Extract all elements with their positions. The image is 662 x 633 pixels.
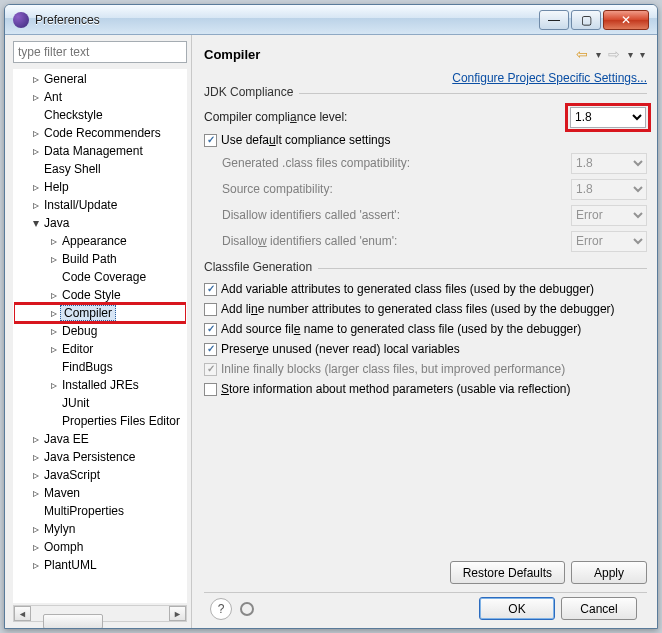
restore-defaults-button[interactable]: Restore Defaults — [450, 561, 565, 584]
preferences-window: Preferences — ▢ ✕ ▹General▹AntCheckstyle… — [4, 4, 658, 629]
tree-item-compiler[interactable]: ▹Compiler — [14, 304, 186, 322]
disallow-assert-label: Disallow identifiers called 'assert': — [222, 208, 565, 222]
tree-item-label: General — [42, 72, 89, 86]
caret-open-icon[interactable]: ▾ — [30, 216, 42, 230]
tree-item-label: Checkstyle — [42, 108, 105, 122]
tree-item-label: FindBugs — [60, 360, 115, 374]
configure-project-link[interactable]: Configure Project Specific Settings... — [452, 71, 647, 85]
tree-item-code-coverage[interactable]: Code Coverage — [14, 268, 186, 286]
tree-item-oomph[interactable]: ▹Oomph — [14, 538, 186, 556]
window-title: Preferences — [35, 13, 539, 27]
maximize-button[interactable]: ▢ — [571, 10, 601, 30]
tree-item-maven[interactable]: ▹Maven — [14, 484, 186, 502]
caret-closed-icon[interactable]: ▹ — [48, 252, 60, 266]
caret-closed-icon[interactable]: ▹ — [30, 540, 42, 554]
nav-back-icon[interactable]: ⇦ — [573, 45, 591, 63]
caret-closed-icon[interactable]: ▹ — [48, 378, 60, 392]
add-var-checkbox[interactable]: ✓ — [204, 283, 217, 296]
tree-item-findbugs[interactable]: FindBugs — [14, 358, 186, 376]
horizontal-scrollbar[interactable]: ◄ ► — [13, 605, 187, 622]
tree-item-ant[interactable]: ▹Ant — [14, 88, 186, 106]
store-label: Store information about method parameter… — [221, 382, 571, 396]
add-var-label: Add variable attributes to generated cla… — [221, 282, 594, 296]
add-line-checkbox[interactable] — [204, 303, 217, 316]
tree-item-help[interactable]: ▹Help — [14, 178, 186, 196]
page-menu-icon[interactable]: ▾ — [637, 45, 647, 63]
caret-closed-icon[interactable]: ▹ — [30, 558, 42, 572]
caret-closed-icon[interactable]: ▹ — [30, 450, 42, 464]
title-bar[interactable]: Preferences — ▢ ✕ — [5, 5, 657, 35]
caret-closed-icon[interactable]: ▹ — [48, 324, 60, 338]
tree-item-data-management[interactable]: ▹Data Management — [14, 142, 186, 160]
tree-item-mylyn[interactable]: ▹Mylyn — [14, 520, 186, 538]
tree-item-install-update[interactable]: ▹Install/Update — [14, 196, 186, 214]
add-src-checkbox[interactable]: ✓ — [204, 323, 217, 336]
caret-closed-icon[interactable]: ▹ — [48, 288, 60, 302]
classfile-legend: Classfile Generation — [204, 260, 318, 274]
filter-input[interactable] — [13, 41, 187, 63]
caret-closed-icon[interactable]: ▹ — [30, 522, 42, 536]
preserve-checkbox[interactable]: ✓ — [204, 343, 217, 356]
scroll-thumb[interactable] — [43, 614, 103, 629]
caret-closed-icon[interactable]: ▹ — [30, 486, 42, 500]
tree-item-code-recommenders[interactable]: ▹Code Recommenders — [14, 124, 186, 142]
compliance-level-highlight: 1.8 — [569, 107, 647, 128]
caret-closed-icon[interactable]: ▹ — [48, 306, 60, 320]
tree-item-label: Code Recommenders — [42, 126, 163, 140]
tree-item-label: Easy Shell — [42, 162, 103, 176]
nav-forward-menu-icon[interactable]: ▾ — [625, 45, 635, 63]
cancel-button[interactable]: Cancel — [561, 597, 637, 620]
tree-item-label: Help — [42, 180, 71, 194]
compliance-level-label: Compiler compliance level: — [204, 110, 563, 124]
tree-item-label: Properties Files Editor — [60, 414, 182, 428]
apply-button[interactable]: Apply — [571, 561, 647, 584]
caret-closed-icon[interactable]: ▹ — [30, 90, 42, 104]
tree-item-multiproperties[interactable]: MultiProperties — [14, 502, 186, 520]
tree-item-label: Code Coverage — [60, 270, 148, 284]
ok-button[interactable]: OK — [479, 597, 555, 620]
store-checkbox[interactable] — [204, 383, 217, 396]
compliance-level-select[interactable]: 1.8 — [570, 107, 646, 128]
tree-item-general[interactable]: ▹General — [14, 70, 186, 88]
caret-closed-icon[interactable]: ▹ — [30, 180, 42, 194]
tree-item-installed-jres[interactable]: ▹Installed JREs — [14, 376, 186, 394]
tree-item-junit[interactable]: JUnit — [14, 394, 186, 412]
close-button[interactable]: ✕ — [603, 10, 649, 30]
gen-class-select: 1.8 — [571, 153, 647, 174]
caret-closed-icon[interactable]: ▹ — [30, 468, 42, 482]
help-icon[interactable]: ? — [210, 598, 232, 620]
tree-item-easy-shell[interactable]: Easy Shell — [14, 160, 186, 178]
caret-closed-icon[interactable]: ▹ — [30, 126, 42, 140]
scroll-right-icon[interactable]: ► — [169, 606, 186, 621]
tree-item-properties-files-editor[interactable]: Properties Files Editor — [14, 412, 186, 430]
scroll-left-icon[interactable]: ◄ — [14, 606, 31, 621]
caret-closed-icon[interactable]: ▹ — [30, 144, 42, 158]
tree-item-editor[interactable]: ▹Editor — [14, 340, 186, 358]
tree-item-label: Java Persistence — [42, 450, 137, 464]
caret-closed-icon[interactable]: ▹ — [48, 342, 60, 356]
tree-item-label: Appearance — [60, 234, 129, 248]
preferences-tree[interactable]: ▹General▹AntCheckstyle▹Code Recommenders… — [13, 69, 187, 603]
tree-item-debug[interactable]: ▹Debug — [14, 322, 186, 340]
tree-item-checkstyle[interactable]: Checkstyle — [14, 106, 186, 124]
tree-item-appearance[interactable]: ▹Appearance — [14, 232, 186, 250]
minimize-button[interactable]: — — [539, 10, 569, 30]
tree-item-java-ee[interactable]: ▹Java EE — [14, 430, 186, 448]
tree-item-plantuml[interactable]: ▹PlantUML — [14, 556, 186, 574]
inline-label: Inline finally blocks (larger class file… — [221, 362, 565, 376]
tree-item-build-path[interactable]: ▹Build Path — [14, 250, 186, 268]
caret-closed-icon[interactable]: ▹ — [30, 72, 42, 86]
caret-closed-icon[interactable]: ▹ — [30, 198, 42, 212]
use-default-checkbox[interactable]: ✓ — [204, 134, 217, 147]
tree-item-java-persistence[interactable]: ▹Java Persistence — [14, 448, 186, 466]
nav-back-menu-icon[interactable]: ▾ — [593, 45, 603, 63]
tree-item-javascript[interactable]: ▹JavaScript — [14, 466, 186, 484]
tree-item-code-style[interactable]: ▹Code Style — [14, 286, 186, 304]
tree-item-label: Debug — [60, 324, 99, 338]
add-line-label: Add line number attributes to generated … — [221, 302, 615, 316]
caret-closed-icon[interactable]: ▹ — [30, 432, 42, 446]
caret-closed-icon[interactable]: ▹ — [48, 234, 60, 248]
tree-item-label: Ant — [42, 90, 64, 104]
disallow-enum-label: Disallow identifiers called 'enum': — [222, 234, 565, 248]
tree-item-java[interactable]: ▾Java — [14, 214, 186, 232]
